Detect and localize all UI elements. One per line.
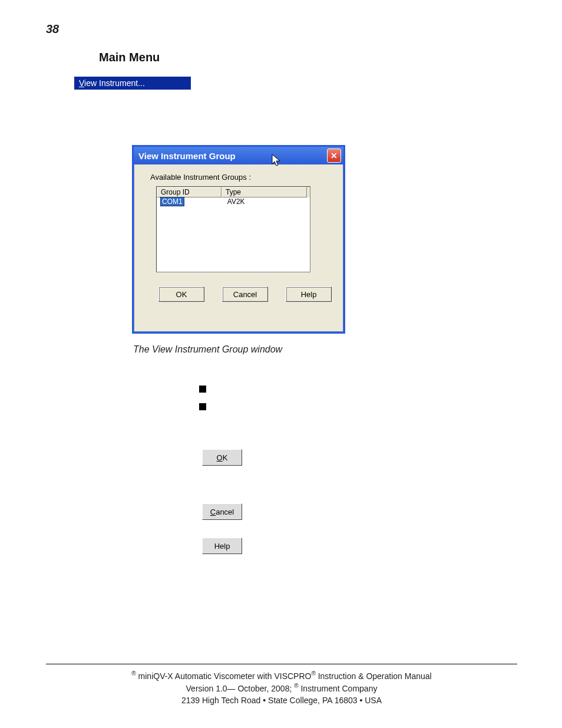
cancel-accelerator: C [210, 508, 216, 516]
menu-item-label: iew Instrument... [84, 78, 145, 88]
list-row[interactable]: COM1 AV2K [157, 197, 310, 206]
footer-line2a: Version 1.0— October, 2008; [186, 684, 295, 693]
cancel-button-inline[interactable]: Cancel [202, 503, 242, 520]
list-header: Group ID Type [157, 187, 310, 197]
ok-accelerator: O [217, 453, 223, 462]
footer-line1b: Instruction & Operation Manual [316, 671, 432, 681]
available-groups-label: Available Instrument Groups : [150, 173, 332, 182]
cancel-label-rest: ancel [216, 508, 234, 516]
cursor-icon [271, 153, 283, 167]
cancel-button[interactable]: Cancel [222, 286, 268, 302]
dialog-titlebar[interactable]: View Instrument Group ✕ [134, 147, 343, 164]
ok-label-rest: K [223, 453, 228, 462]
view-instrument-menu-item[interactable]: View Instrument... [74, 77, 191, 90]
cell-type: AV2K [224, 197, 310, 206]
col-group-id[interactable]: Group ID [157, 187, 222, 197]
footer-line1a: miniQV-X Automatic Viscometer with VISCP… [136, 671, 312, 681]
view-instrument-group-dialog: View Instrument Group ✕ Available Instru… [132, 145, 345, 334]
figure-caption: The View Instrument Group window [133, 344, 282, 355]
page-footer: ® miniQV-X Automatic Viscometer with VIS… [46, 670, 517, 706]
cell-group-id: COM1 [160, 197, 184, 206]
dialog-title: View Instrument Group [138, 151, 236, 161]
ok-button-inline[interactable]: OK [202, 449, 242, 466]
page-number: 38 [46, 22, 59, 36]
main-menu-heading: Main Menu [99, 51, 160, 64]
help-button[interactable]: Help [286, 286, 332, 302]
registered-mark: ® [131, 670, 135, 677]
footer-line2b: Instrument Company [299, 684, 378, 693]
bullet-icon [199, 386, 206, 393]
footer-rule [46, 664, 517, 664]
registered-mark: ® [311, 670, 315, 677]
help-button-inline[interactable]: Help [202, 538, 242, 554]
instrument-groups-list[interactable]: Group ID Type COM1 AV2K [156, 186, 310, 272]
menu-accelerator: V [79, 78, 84, 88]
registered-mark: ® [294, 683, 298, 689]
col-type[interactable]: Type [222, 187, 307, 197]
close-icon: ✕ [330, 151, 338, 160]
bullet-icon [199, 403, 206, 410]
ok-button[interactable]: OK [158, 286, 204, 302]
close-button[interactable]: ✕ [327, 149, 341, 163]
footer-line3: 2139 High Tech Road • State College, PA … [46, 695, 517, 707]
